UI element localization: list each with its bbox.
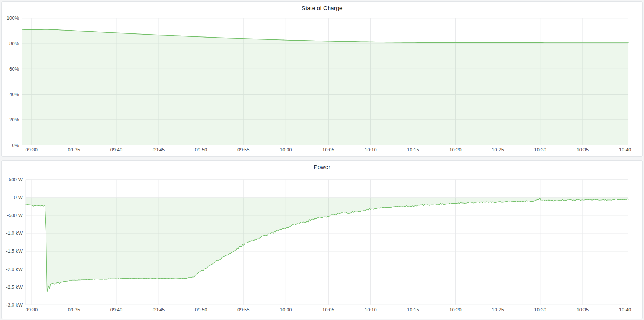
- x-tick-label: 09:30: [26, 307, 38, 313]
- x-tick-label: 10:35: [577, 307, 589, 313]
- y-tick-label: 0 W: [14, 195, 23, 200]
- soc-chart[interactable]: 100%80%60%40%20%0%09:3009:3509:4009:4509…: [2, 2, 642, 156]
- series-fill: [22, 29, 628, 145]
- x-tick-label: 10:30: [534, 307, 546, 313]
- y-tick-label: 40%: [9, 92, 19, 97]
- x-tick-label: 10:05: [322, 307, 334, 313]
- x-tick-label: 09:35: [68, 147, 80, 153]
- x-tick-label: 09:55: [237, 307, 249, 313]
- x-tick-label: 09:50: [195, 307, 207, 313]
- x-tick-label: 10:10: [365, 307, 376, 313]
- y-tick-label: -2.5 kW: [6, 284, 23, 290]
- y-tick-label: -2.0 kW: [6, 266, 23, 272]
- y-tick-label: 60%: [9, 66, 19, 72]
- x-tick-label: 10:20: [449, 147, 461, 153]
- x-tick-label: 09:40: [110, 307, 122, 313]
- x-tick-label: 09:35: [68, 307, 80, 313]
- y-tick-label: -1.0 kW: [6, 230, 23, 236]
- x-tick-label: 10:10: [365, 147, 376, 153]
- panel-state-of-charge: State of Charge 100%80%60%40%20%0%09:300…: [1, 1, 643, 157]
- x-tick-label: 09:50: [195, 147, 207, 153]
- y-tick-label: -1.5 kW: [6, 248, 23, 254]
- x-tick-label: 10:00: [280, 307, 292, 313]
- x-tick-label: 09:45: [153, 147, 165, 153]
- x-tick-label: 09:30: [26, 147, 38, 153]
- x-tick-label: 10:40: [619, 307, 631, 313]
- y-tick-label: 100%: [7, 15, 19, 21]
- x-tick-label: 09:45: [153, 307, 165, 313]
- y-tick-label: 80%: [9, 41, 19, 47]
- x-tick-label: 10:35: [577, 147, 589, 153]
- x-tick-label: 10:30: [534, 147, 546, 153]
- x-tick-label: 10:00: [280, 147, 292, 153]
- x-tick-label: 10:15: [407, 307, 419, 313]
- y-tick-label: 20%: [9, 117, 19, 122]
- x-tick-label: 10:25: [492, 147, 504, 153]
- power-chart[interactable]: 500 W0 W-500 W-1.0 kW-1.5 kW-2.0 kW-2.5 …: [2, 161, 642, 319]
- dashboard-page: { "page": { "background_color": "#f4f5f6…: [0, 0, 644, 320]
- x-tick-label: 10:15: [407, 147, 419, 153]
- x-tick-label: 10:40: [619, 147, 631, 153]
- x-tick-label: 10:20: [449, 307, 461, 313]
- x-tick-label: 09:40: [110, 147, 122, 153]
- series-fill: [26, 198, 628, 292]
- y-tick-label: -500 W: [7, 212, 23, 218]
- y-tick-label: 500 W: [9, 177, 23, 182]
- y-tick-label: 0%: [12, 143, 19, 148]
- x-tick-label: 10:25: [492, 307, 504, 313]
- panel-power: Power 500 W0 W-500 W-1.0 kW-1.5 kW-2.0 k…: [1, 160, 643, 319]
- y-tick-label: -3.0 kW: [6, 302, 23, 308]
- x-tick-label: 09:55: [237, 147, 249, 153]
- x-tick-label: 10:05: [322, 147, 334, 153]
